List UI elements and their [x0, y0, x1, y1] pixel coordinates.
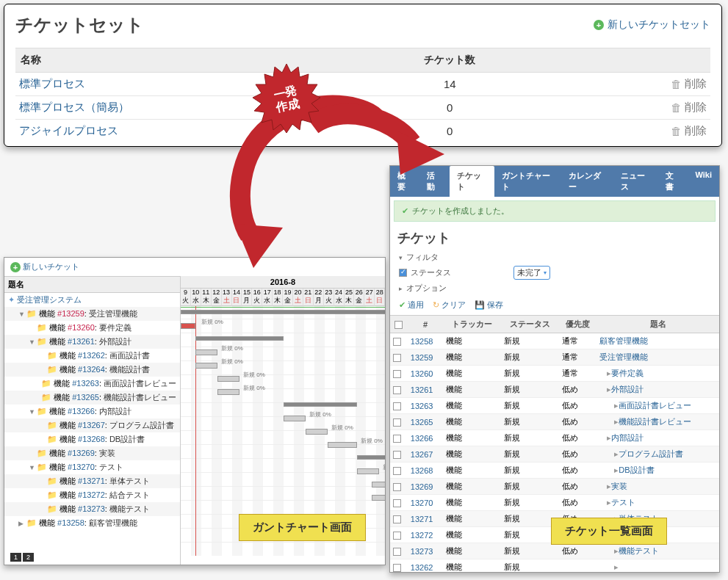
ticket-id-link[interactable]: #13268	[78, 435, 105, 443]
ticket-id-link[interactable]: #13267	[78, 421, 105, 429]
ticket-id-link[interactable]: 13268	[411, 466, 433, 475]
table-row[interactable]: 13263 機能 新規 低め ▸ 画面設計書レビュー	[390, 398, 719, 414]
table-row[interactable]: 13260 機能 新規 通常 ▸ 要件定義	[390, 366, 719, 382]
subject-link[interactable]: 外部設計	[611, 385, 644, 394]
tree-item[interactable]: 📁 機能 #13260: 要件定義	[4, 321, 180, 335]
ticket-id-link[interactable]: #13269	[68, 449, 95, 457]
tab-ガントチャート[interactable]: ガントチャート	[494, 166, 561, 197]
gantt-bar[interactable]	[181, 310, 385, 314]
ticket-id-link[interactable]: #13264	[78, 365, 105, 374]
tree-item[interactable]: 📁 機能 #13271: 単体テスト	[4, 474, 180, 488]
ticket-id-link[interactable]: 13259	[411, 353, 433, 362]
ticket-id-link[interactable]: 13267	[411, 450, 433, 459]
ticket-id-link[interactable]: 13266	[411, 434, 433, 443]
col-tracker[interactable]: トラッカー	[443, 316, 501, 333]
page-tabs[interactable]: 1 2	[10, 553, 34, 562]
ticket-set-link[interactable]: アジャイルプロセス	[19, 124, 118, 137]
ticket-id-link[interactable]: 13272	[411, 531, 433, 540]
tree-item[interactable]: 📁 機能 #13267: プログラム設計書	[4, 418, 180, 432]
subject-link[interactable]: 内部設計	[611, 433, 644, 442]
row-checkbox[interactable]	[393, 564, 401, 572]
gantt-bar[interactable]	[195, 349, 217, 355]
gantt-bar[interactable]	[284, 402, 357, 407]
ticket-id-link[interactable]: #13259	[57, 309, 84, 318]
table-row[interactable]: 13268 機能 新規 低め ▸ DB設計書	[390, 463, 719, 479]
delete-button[interactable]: 🗑削除	[610, 101, 707, 115]
table-row[interactable]: 13258 機能 新規 通常 顧客管理機能	[390, 333, 719, 349]
gantt-bar[interactable]	[306, 429, 328, 435]
row-checkbox[interactable]	[393, 338, 401, 346]
col-priority[interactable]: 優先度	[559, 316, 597, 333]
delete-button[interactable]: 🗑削除	[610, 77, 707, 91]
delete-button[interactable]: 🗑削除	[610, 124, 707, 138]
table-row[interactable]: 13261 機能 新規 低め ▸ 外部設計	[390, 382, 719, 398]
status-select[interactable]: 未完了 ▾	[513, 266, 550, 280]
row-checkbox[interactable]	[393, 418, 401, 427]
gantt-bar[interactable]	[217, 389, 239, 395]
subject-link[interactable]: 画面設計書レビュー	[619, 401, 691, 410]
ticket-id-link[interactable]: #13271	[78, 476, 105, 485]
tree-item[interactable]: 📁 機能 #13265: 機能設計書レビュー	[4, 391, 180, 405]
subject-link[interactable]: 要件定義	[611, 369, 644, 377]
gantt-bar[interactable]	[195, 336, 284, 341]
filter-section[interactable]: ▾ フィルタ	[399, 250, 710, 264]
tree-item[interactable]: 📁 機能 #13263: 画面設計書レビュー	[4, 377, 180, 391]
gantt-bar[interactable]	[357, 455, 385, 460]
ticket-id-link[interactable]: 13271	[411, 515, 433, 523]
col-subject[interactable]: 題名	[597, 316, 719, 333]
table-row[interactable]: 13267 機能 新規 低め ▸ プログラム設計書	[390, 446, 719, 463]
gantt-bar[interactable]	[181, 323, 195, 329]
row-checkbox[interactable]	[393, 499, 401, 507]
ticket-id-link[interactable]: 13258	[411, 337, 433, 346]
table-row[interactable]: 13266 機能 新規 低め ▸ 内部設計	[390, 430, 719, 446]
col-status[interactable]: ステータス	[501, 316, 559, 333]
option-section[interactable]: ▸ オプション	[399, 281, 710, 295]
tree-item[interactable]: 📁 機能 #13262: 画面設計書	[4, 349, 180, 363]
tree-item[interactable]: ▶ 📁 機能 #13258: 顧客管理機能	[4, 516, 180, 530]
ticket-id-link[interactable]: #13265	[72, 393, 99, 402]
row-checkbox[interactable]	[393, 354, 401, 362]
row-checkbox[interactable]	[393, 386, 401, 394]
row-checkbox[interactable]	[393, 515, 401, 523]
ticket-id-link[interactable]: 13269	[411, 482, 433, 491]
table-row[interactable]: 13265 機能 新規 低め ▸ 機能設計書レビュー	[390, 414, 719, 430]
table-row[interactable]: 13259 機能 新規 通常 受注管理機能	[390, 349, 719, 366]
tree-item[interactable]: ▼ 📁 機能 #13270: テスト	[4, 460, 180, 474]
ticket-id-link[interactable]: 13265	[411, 418, 433, 427]
tab-カレンダー[interactable]: カレンダー	[561, 166, 613, 197]
subject-link[interactable]: 受注管理機能	[599, 352, 648, 361]
gantt-bar[interactable]	[372, 482, 385, 487]
ticket-set-link[interactable]: 標準プロセス（簡易）	[19, 101, 129, 113]
ticket-id-link[interactable]: 13260	[411, 369, 433, 378]
ticket-id-link[interactable]: #13266	[68, 407, 95, 416]
new-ticket-link[interactable]: + 新しいチケット	[10, 261, 79, 272]
ticket-id-link[interactable]: 13270	[411, 499, 433, 507]
ticket-id-link[interactable]: 13261	[411, 385, 433, 394]
ticket-id-link[interactable]: #13272	[78, 490, 105, 499]
col-check[interactable]	[390, 316, 408, 333]
row-checkbox[interactable]	[393, 548, 401, 556]
gantt-bar[interactable]	[195, 363, 217, 369]
table-row[interactable]: 13262 機能 新規 ▸	[390, 559, 719, 573]
subject-link[interactable]: 顧客管理機能	[599, 336, 648, 345]
row-checkbox[interactable]	[393, 370, 401, 378]
clear-button[interactable]: ↻クリア	[433, 300, 466, 311]
gantt-bar[interactable]	[357, 468, 379, 474]
subject-link[interactable]: テスト	[611, 498, 635, 507]
apply-button[interactable]: ✔適用	[399, 300, 424, 311]
ticket-id-link[interactable]: 13262	[411, 563, 433, 572]
tree-item[interactable]: ▼ 📁 機能 #13266: 内部設計	[4, 405, 180, 418]
ticket-id-link[interactable]: 13273	[411, 547, 433, 556]
row-checkbox[interactable]	[393, 532, 401, 540]
tab-チケット[interactable]: チケット	[450, 166, 494, 197]
ticket-id-link[interactable]: #13273	[78, 504, 105, 513]
ticket-id-link[interactable]: 13263	[411, 402, 433, 410]
project-row[interactable]: ✦ 受注管理システム	[4, 293, 180, 307]
ticket-id-link[interactable]: #13263	[72, 379, 99, 388]
ticket-set-link[interactable]: 標準プロセス	[19, 77, 85, 90]
subject-link[interactable]: DB設計書	[619, 465, 654, 474]
tree-item[interactable]: 📁 機能 #13273: 機能テスト	[4, 502, 180, 516]
row-checkbox[interactable]	[393, 402, 401, 410]
subject-link[interactable]: 機能テスト	[619, 546, 659, 555]
table-row[interactable]: 13273 機能 新規 低め ▸ 機能テスト	[390, 543, 719, 559]
